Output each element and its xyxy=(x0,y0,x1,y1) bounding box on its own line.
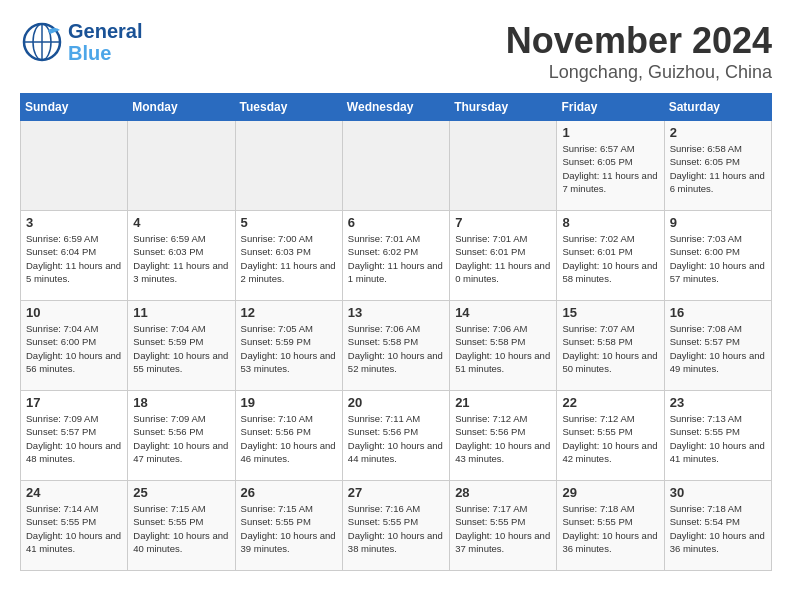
calendar-cell: 15Sunrise: 7:07 AM Sunset: 5:58 PM Dayli… xyxy=(557,301,664,391)
day-number: 15 xyxy=(562,305,658,320)
weekday-header: Wednesday xyxy=(342,94,449,121)
day-number: 2 xyxy=(670,125,766,140)
day-number: 9 xyxy=(670,215,766,230)
day-number: 28 xyxy=(455,485,551,500)
logo-text-line1: General xyxy=(68,20,142,42)
calendar-cell: 26Sunrise: 7:15 AM Sunset: 5:55 PM Dayli… xyxy=(235,481,342,571)
title-block: November 2024 Longchang, Guizhou, China xyxy=(506,20,772,83)
cell-info: Sunrise: 7:04 AM Sunset: 5:59 PM Dayligh… xyxy=(133,322,229,375)
cell-info: Sunrise: 7:13 AM Sunset: 5:55 PM Dayligh… xyxy=(670,412,766,465)
cell-info: Sunrise: 7:01 AM Sunset: 6:01 PM Dayligh… xyxy=(455,232,551,285)
cell-info: Sunrise: 7:18 AM Sunset: 5:54 PM Dayligh… xyxy=(670,502,766,555)
day-number: 16 xyxy=(670,305,766,320)
cell-info: Sunrise: 7:04 AM Sunset: 6:00 PM Dayligh… xyxy=(26,322,122,375)
day-number: 1 xyxy=(562,125,658,140)
page-header: General Blue November 2024 Longchang, Gu… xyxy=(20,20,772,83)
calendar-week-row: 24Sunrise: 7:14 AM Sunset: 5:55 PM Dayli… xyxy=(21,481,772,571)
day-number: 19 xyxy=(241,395,337,410)
calendar-cell: 2Sunrise: 6:58 AM Sunset: 6:05 PM Daylig… xyxy=(664,121,771,211)
cell-info: Sunrise: 7:03 AM Sunset: 6:00 PM Dayligh… xyxy=(670,232,766,285)
weekday-header: Sunday xyxy=(21,94,128,121)
day-number: 7 xyxy=(455,215,551,230)
day-number: 6 xyxy=(348,215,444,230)
calendar-cell xyxy=(342,121,449,211)
day-number: 27 xyxy=(348,485,444,500)
calendar-week-row: 1Sunrise: 6:57 AM Sunset: 6:05 PM Daylig… xyxy=(21,121,772,211)
cell-info: Sunrise: 7:12 AM Sunset: 5:56 PM Dayligh… xyxy=(455,412,551,465)
calendar-cell: 27Sunrise: 7:16 AM Sunset: 5:55 PM Dayli… xyxy=(342,481,449,571)
calendar-cell: 10Sunrise: 7:04 AM Sunset: 6:00 PM Dayli… xyxy=(21,301,128,391)
calendar-cell xyxy=(128,121,235,211)
calendar-cell: 3Sunrise: 6:59 AM Sunset: 6:04 PM Daylig… xyxy=(21,211,128,301)
calendar-cell: 12Sunrise: 7:05 AM Sunset: 5:59 PM Dayli… xyxy=(235,301,342,391)
cell-info: Sunrise: 7:12 AM Sunset: 5:55 PM Dayligh… xyxy=(562,412,658,465)
calendar-cell: 13Sunrise: 7:06 AM Sunset: 5:58 PM Dayli… xyxy=(342,301,449,391)
day-number: 3 xyxy=(26,215,122,230)
calendar-cell: 23Sunrise: 7:13 AM Sunset: 5:55 PM Dayli… xyxy=(664,391,771,481)
calendar-cell: 4Sunrise: 6:59 AM Sunset: 6:03 PM Daylig… xyxy=(128,211,235,301)
calendar-cell: 17Sunrise: 7:09 AM Sunset: 5:57 PM Dayli… xyxy=(21,391,128,481)
day-number: 29 xyxy=(562,485,658,500)
month-title: November 2024 xyxy=(506,20,772,62)
cell-info: Sunrise: 7:01 AM Sunset: 6:02 PM Dayligh… xyxy=(348,232,444,285)
cell-info: Sunrise: 7:14 AM Sunset: 5:55 PM Dayligh… xyxy=(26,502,122,555)
calendar-cell: 6Sunrise: 7:01 AM Sunset: 6:02 PM Daylig… xyxy=(342,211,449,301)
calendar-cell: 9Sunrise: 7:03 AM Sunset: 6:00 PM Daylig… xyxy=(664,211,771,301)
weekday-header: Monday xyxy=(128,94,235,121)
cell-info: Sunrise: 7:09 AM Sunset: 5:57 PM Dayligh… xyxy=(26,412,122,465)
calendar-week-row: 17Sunrise: 7:09 AM Sunset: 5:57 PM Dayli… xyxy=(21,391,772,481)
weekday-header: Saturday xyxy=(664,94,771,121)
calendar-cell: 7Sunrise: 7:01 AM Sunset: 6:01 PM Daylig… xyxy=(450,211,557,301)
logo: General Blue xyxy=(20,20,142,64)
weekday-header: Tuesday xyxy=(235,94,342,121)
cell-info: Sunrise: 6:59 AM Sunset: 6:04 PM Dayligh… xyxy=(26,232,122,285)
cell-info: Sunrise: 7:09 AM Sunset: 5:56 PM Dayligh… xyxy=(133,412,229,465)
day-number: 21 xyxy=(455,395,551,410)
cell-info: Sunrise: 7:11 AM Sunset: 5:56 PM Dayligh… xyxy=(348,412,444,465)
calendar-cell: 22Sunrise: 7:12 AM Sunset: 5:55 PM Dayli… xyxy=(557,391,664,481)
cell-info: Sunrise: 7:15 AM Sunset: 5:55 PM Dayligh… xyxy=(133,502,229,555)
calendar-cell xyxy=(21,121,128,211)
cell-info: Sunrise: 7:17 AM Sunset: 5:55 PM Dayligh… xyxy=(455,502,551,555)
cell-info: Sunrise: 6:58 AM Sunset: 6:05 PM Dayligh… xyxy=(670,142,766,195)
calendar-cell: 28Sunrise: 7:17 AM Sunset: 5:55 PM Dayli… xyxy=(450,481,557,571)
weekday-header: Thursday xyxy=(450,94,557,121)
day-number: 24 xyxy=(26,485,122,500)
cell-info: Sunrise: 7:10 AM Sunset: 5:56 PM Dayligh… xyxy=(241,412,337,465)
day-number: 26 xyxy=(241,485,337,500)
cell-info: Sunrise: 7:02 AM Sunset: 6:01 PM Dayligh… xyxy=(562,232,658,285)
cell-info: Sunrise: 6:59 AM Sunset: 6:03 PM Dayligh… xyxy=(133,232,229,285)
cell-info: Sunrise: 7:00 AM Sunset: 6:03 PM Dayligh… xyxy=(241,232,337,285)
day-number: 14 xyxy=(455,305,551,320)
day-number: 8 xyxy=(562,215,658,230)
cell-info: Sunrise: 7:16 AM Sunset: 5:55 PM Dayligh… xyxy=(348,502,444,555)
calendar-cell: 30Sunrise: 7:18 AM Sunset: 5:54 PM Dayli… xyxy=(664,481,771,571)
calendar-cell: 8Sunrise: 7:02 AM Sunset: 6:01 PM Daylig… xyxy=(557,211,664,301)
cell-info: Sunrise: 7:07 AM Sunset: 5:58 PM Dayligh… xyxy=(562,322,658,375)
day-number: 25 xyxy=(133,485,229,500)
calendar-cell: 5Sunrise: 7:00 AM Sunset: 6:03 PM Daylig… xyxy=(235,211,342,301)
day-number: 12 xyxy=(241,305,337,320)
day-number: 13 xyxy=(348,305,444,320)
cell-info: Sunrise: 7:15 AM Sunset: 5:55 PM Dayligh… xyxy=(241,502,337,555)
calendar-cell: 24Sunrise: 7:14 AM Sunset: 5:55 PM Dayli… xyxy=(21,481,128,571)
day-number: 18 xyxy=(133,395,229,410)
calendar-week-row: 10Sunrise: 7:04 AM Sunset: 6:00 PM Dayli… xyxy=(21,301,772,391)
calendar-cell xyxy=(235,121,342,211)
day-number: 20 xyxy=(348,395,444,410)
day-number: 17 xyxy=(26,395,122,410)
day-number: 22 xyxy=(562,395,658,410)
cell-info: Sunrise: 6:57 AM Sunset: 6:05 PM Dayligh… xyxy=(562,142,658,195)
cell-info: Sunrise: 7:06 AM Sunset: 5:58 PM Dayligh… xyxy=(455,322,551,375)
day-number: 30 xyxy=(670,485,766,500)
day-number: 4 xyxy=(133,215,229,230)
calendar-cell: 18Sunrise: 7:09 AM Sunset: 5:56 PM Dayli… xyxy=(128,391,235,481)
calendar-cell: 14Sunrise: 7:06 AM Sunset: 5:58 PM Dayli… xyxy=(450,301,557,391)
calendar-cell xyxy=(450,121,557,211)
day-number: 5 xyxy=(241,215,337,230)
weekday-header: Friday xyxy=(557,94,664,121)
day-number: 23 xyxy=(670,395,766,410)
day-number: 11 xyxy=(133,305,229,320)
calendar-cell: 29Sunrise: 7:18 AM Sunset: 5:55 PM Dayli… xyxy=(557,481,664,571)
logo-icon xyxy=(20,20,64,64)
